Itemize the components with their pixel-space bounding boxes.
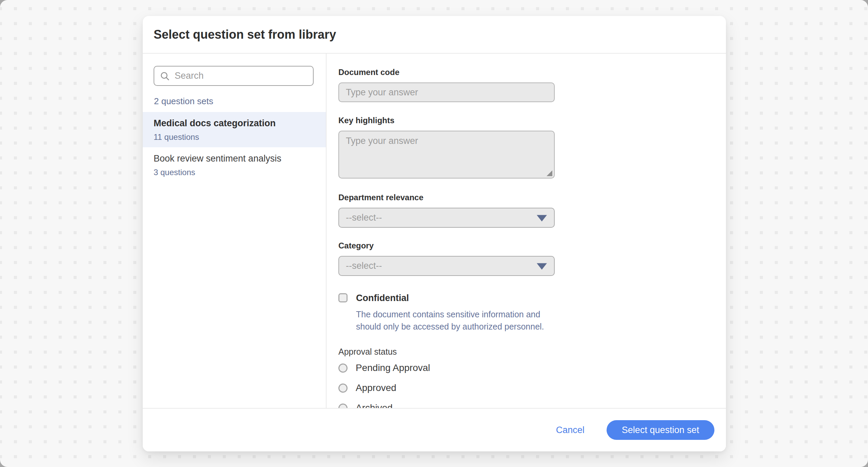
question-set-name: Medical docs categorization	[154, 117, 315, 129]
radio-button[interactable]	[338, 384, 348, 393]
approval-status-label: Approval status	[338, 347, 726, 357]
radio-label: Approved	[356, 382, 396, 393]
select-value: --select--	[346, 212, 382, 223]
question-set-library-sidebar: 2 question sets Medical docs categorizat…	[143, 54, 327, 408]
chevron-down-icon	[537, 215, 547, 221]
key-highlights-textarea-wrap	[338, 131, 555, 179]
key-highlights-textarea[interactable]	[338, 131, 555, 179]
question-set-meta: 11 questions	[154, 132, 315, 142]
page-background: Select question set from library 2 quest…	[0, 0, 868, 467]
radio-label: Archived	[356, 403, 393, 408]
radio-option-pending-approval[interactable]: Pending Approval	[338, 362, 726, 373]
search-icon	[160, 71, 170, 81]
field-key-highlights: Key highlights	[338, 115, 726, 179]
chevron-down-icon	[537, 263, 547, 269]
confidential-checkbox-row[interactable]: Confidential	[338, 293, 726, 303]
dialog-header: Select question set from library	[143, 16, 726, 54]
field-category: Category --select--	[338, 241, 726, 276]
field-label: Key highlights	[338, 115, 726, 126]
search-input[interactable]	[175, 71, 308, 81]
cancel-button[interactable]: Cancel	[556, 425, 585, 435]
radio-button[interactable]	[338, 404, 348, 408]
field-label: Category	[338, 241, 726, 251]
radio-button[interactable]	[338, 363, 348, 373]
radio-option-approved[interactable]: Approved	[338, 382, 726, 393]
select-question-set-dialog: Select question set from library 2 quest…	[143, 16, 726, 451]
question-set-meta: 3 questions	[154, 167, 315, 178]
radio-option-archived[interactable]: Archived	[338, 403, 726, 408]
category-select[interactable]: --select--	[338, 256, 555, 276]
field-label: Document code	[338, 67, 726, 77]
select-question-set-button[interactable]: Select question set	[607, 420, 714, 440]
dialog-footer: Cancel Select question set	[143, 408, 726, 451]
question-set-name: Book review sentiment analysis	[154, 153, 315, 164]
question-set-preview-panel: Document code Key highlights Department …	[327, 54, 726, 408]
department-relevance-select[interactable]: --select--	[338, 208, 555, 228]
radio-label: Pending Approval	[356, 362, 430, 373]
dialog-body: 2 question sets Medical docs categorizat…	[143, 54, 726, 408]
document-code-input[interactable]	[338, 82, 555, 102]
confidential-label: Confidential	[356, 293, 409, 303]
field-document-code: Document code	[338, 67, 726, 102]
dialog-title: Select question set from library	[154, 27, 336, 42]
question-set-item-book-review[interactable]: Book review sentiment analysis 3 questio…	[143, 147, 326, 183]
search-box	[154, 66, 314, 86]
question-set-list: Medical docs categorization 11 questions…	[143, 112, 326, 183]
question-set-count: 2 question sets	[154, 96, 315, 107]
confidential-checkbox[interactable]	[338, 293, 348, 302]
confidential-description: The document contains sensitive informat…	[356, 308, 607, 333]
question-set-item-medical-docs[interactable]: Medical docs categorization 11 questions	[143, 112, 326, 147]
field-department-relevance: Department relevance --select--	[338, 192, 726, 228]
select-value: --select--	[346, 261, 382, 271]
field-label: Department relevance	[338, 192, 726, 203]
